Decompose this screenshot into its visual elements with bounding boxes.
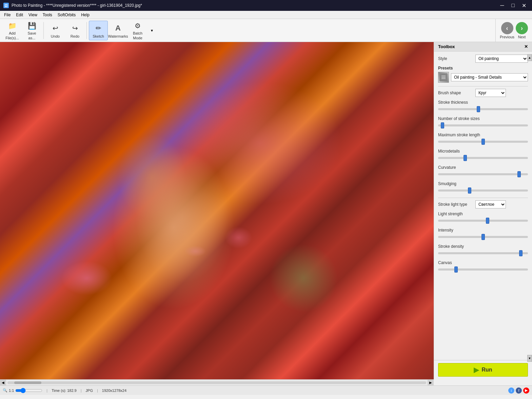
brush-shape-control[interactable]: Круг [475,89,528,97]
redo-button[interactable]: ↪ Redo [65,21,84,40]
presets-icon [438,72,449,83]
watermarks-label: Watermarks [108,34,128,38]
add-files-label2: File(s)... [5,36,19,40]
max-stroke-length-row: Maximum stroke length [438,133,528,145]
curvature-track[interactable] [438,173,528,175]
undo-button[interactable]: ↩ Undo [46,21,65,40]
stroke-sizes-track[interactable] [438,124,528,126]
add-files-button[interactable]: 📁 Add File(s)... [3,21,22,40]
zoom-slider[interactable] [15,388,42,393]
menu-help[interactable]: Help [78,12,92,18]
stroke-thickness-thumb[interactable] [477,106,480,112]
divider-2 [438,198,528,198]
menu-edit[interactable]: Edit [13,12,26,18]
info-icon[interactable]: i [508,387,514,394]
hscroll-track[interactable] [7,381,426,384]
toolbar-sep1 [43,22,44,39]
smudging-label: Smudging [438,181,528,186]
intensity-thumb[interactable] [481,234,485,240]
brush-shape-label: Brush shape [438,91,475,95]
presets-label: Presets [438,66,528,71]
next-button[interactable]: › [516,22,528,34]
toolbox-close-icon[interactable]: ✕ [524,44,528,49]
menu-view[interactable]: View [26,12,40,18]
style-select[interactable]: Oil painting [475,55,528,63]
divider-1 [438,86,528,86]
next-btn-wrap: › Next [516,22,528,39]
add-files-icon: 📁 [7,21,18,31]
max-stroke-length-thumb[interactable] [481,139,485,145]
zoom-icon: 🔍 [3,388,7,393]
stroke-density-label: Stroke density [438,244,528,249]
intensity-row: Intensity [438,228,528,240]
time-value: 182.9 [67,388,77,393]
minimize-button[interactable]: ─ [497,1,507,10]
stroke-light-type-control[interactable]: Светлое [475,200,528,208]
stroke-sizes-thumb[interactable] [441,122,444,128]
canvas-area[interactable] [0,42,434,379]
stroke-density-slider[interactable] [438,250,528,256]
max-stroke-length-slider[interactable] [438,139,528,145]
watermarks-icon: A [113,23,123,34]
canvas-track[interactable] [438,268,528,271]
save-as-icon: 💾 [26,21,37,31]
watermarks-button[interactable]: A Watermarks [109,21,127,40]
hscroll-right-button[interactable]: ▶ [428,380,434,386]
stroke-light-type-select[interactable]: Светлое [475,200,506,208]
curvature-slider[interactable] [438,171,528,177]
toolbar-sep2 [86,22,87,39]
canvas-thumb[interactable] [454,266,458,273]
stroke-thickness-slider[interactable] [438,106,528,112]
canvas-image [0,42,434,379]
smudging-slider[interactable] [438,187,528,194]
close-button[interactable]: ✕ [519,1,529,10]
save-as-label: Save [27,31,36,35]
toolbox-scroll-up[interactable]: ▲ [527,54,532,61]
undo-icon: ↩ [50,23,61,34]
more-button[interactable]: ▾ [148,21,156,40]
facebook-icon[interactable]: f [516,387,522,394]
maximize-button[interactable]: □ [508,1,518,10]
stroke-sizes-row: Number of stroke sizes [438,116,528,128]
intensity-track[interactable] [438,236,528,238]
smudging-thumb[interactable] [468,187,471,194]
stroke-sizes-slider[interactable] [438,122,528,128]
curvature-thumb[interactable] [517,171,521,177]
light-strength-track[interactable] [438,220,528,222]
run-button[interactable]: ▶ Run [438,363,528,377]
intensity-slider[interactable] [438,234,528,240]
menu-softorbits[interactable]: SoftOrbits [55,12,78,18]
presets-select[interactable]: Oil painting - Small Details [451,73,528,81]
batch-mode-button[interactable]: ⚙ Batch Mode [128,21,147,40]
titlebar-controls[interactable]: ─ □ ✕ [497,1,529,10]
stroke-thickness-track[interactable] [438,108,528,110]
smudging-track[interactable] [438,189,528,192]
toolbox-header: Toolbox ✕ [434,42,532,52]
max-stroke-length-track[interactable] [438,141,528,143]
status-icons: i f ▶ [508,387,529,394]
stroke-density-track[interactable] [438,252,528,254]
style-control[interactable]: Oil painting [475,55,528,63]
sketch-button[interactable]: ✏ Sketch [89,21,108,40]
menu-file[interactable]: File [1,12,13,18]
next-label: Next [518,35,526,39]
microdetails-track[interactable] [438,157,528,159]
undo-label: Undo [51,34,60,38]
light-strength-slider[interactable] [438,218,528,224]
toolbox-scroll-down[interactable]: ▼ [527,355,532,362]
hscroll-thumb[interactable] [14,381,41,384]
sketch-label: Sketch [93,34,104,38]
microdetails-thumb[interactable] [464,155,467,161]
stroke-thickness-row: Stroke thickness [438,100,528,112]
menu-tools[interactable]: Tools [40,12,55,18]
brush-shape-select[interactable]: Круг [475,89,506,97]
hscroll-left-button[interactable]: ◀ [0,380,6,386]
youtube-icon[interactable]: ▶ [523,387,529,394]
light-strength-thumb[interactable] [486,218,489,224]
toolbox-title: Toolbox [438,44,455,49]
stroke-density-thumb[interactable] [519,250,523,256]
previous-button[interactable]: ‹ [501,22,513,34]
canvas-slider[interactable] [438,266,528,273]
save-as-button[interactable]: 💾 Save as... [22,21,41,40]
microdetails-slider[interactable] [438,155,528,161]
